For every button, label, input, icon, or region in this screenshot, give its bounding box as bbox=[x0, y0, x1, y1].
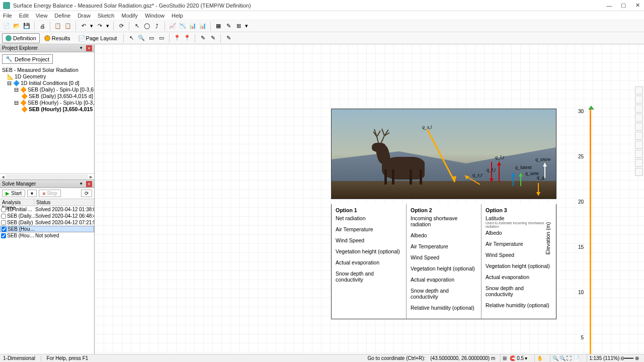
undo-icon[interactable]: ↶ bbox=[79, 22, 88, 31]
rtool-7-icon[interactable] bbox=[635, 141, 643, 149]
close-button[interactable]: ✕ bbox=[634, 2, 641, 9]
rtool-6-icon[interactable] bbox=[635, 132, 643, 140]
bc-icon[interactable]: 📍 bbox=[173, 34, 182, 43]
pin-icon[interactable]: ▾ bbox=[80, 181, 86, 187]
zoom-page-icon[interactable]: 📄 bbox=[574, 355, 580, 361]
elevation-tick: 25 bbox=[569, 154, 584, 159]
zoom-fit-icon[interactable]: ⛶ bbox=[567, 355, 573, 361]
define-project-button[interactable]: 🔧 Define Project bbox=[2, 54, 53, 64]
solve-row[interactable]: 1D Initial ...Solved 2020-04-12 01:38:02… bbox=[0, 206, 94, 213]
svg-marker-11 bbox=[543, 163, 547, 166]
grid-icon[interactable]: ⊞ bbox=[234, 22, 243, 31]
pen3-icon[interactable]: ✎ bbox=[224, 34, 233, 43]
tree-daily[interactable]: 🔶 SEB (Daily) [3,650-4,015 d] bbox=[2, 93, 92, 100]
scroll-right-icon[interactable]: ► bbox=[88, 174, 94, 179]
material-icon[interactable]: ✎ bbox=[224, 22, 233, 31]
region-icon[interactable]: ▭ bbox=[147, 34, 156, 43]
pin-icon[interactable]: ▾ bbox=[80, 45, 86, 51]
menu-help[interactable]: Help bbox=[172, 13, 183, 19]
solve-row-checkbox[interactable] bbox=[1, 207, 6, 212]
start-dropdown[interactable]: ▾ bbox=[27, 190, 37, 197]
tool-curve-icon[interactable]: ⤴ bbox=[152, 22, 162, 31]
menu-file[interactable]: File bbox=[3, 13, 12, 19]
solve-row-checkbox[interactable] bbox=[1, 233, 6, 238]
redo-icon[interactable]: ↷ bbox=[95, 22, 104, 31]
maximize-button[interactable]: ▢ bbox=[620, 2, 627, 9]
zoom-in-icon[interactable]: 🔍 bbox=[552, 355, 558, 361]
rtool-5-icon[interactable] bbox=[635, 123, 643, 131]
solve-row-checkbox[interactable] bbox=[1, 214, 6, 219]
menu-window[interactable]: Window bbox=[145, 13, 165, 19]
menu-view[interactable]: View bbox=[36, 13, 48, 19]
solve-row-checkbox[interactable] bbox=[2, 227, 7, 232]
solve-row[interactable]: SEB (Hourly)Not solved bbox=[0, 232, 94, 239]
rtool-9-icon[interactable] bbox=[635, 159, 643, 167]
print-icon[interactable]: 🖨 bbox=[38, 22, 47, 31]
graph2-icon[interactable]: 📉 bbox=[178, 22, 187, 31]
solve-row[interactable]: SEB (Daily...Solved 2020-04-12 06:48:42 … bbox=[0, 213, 94, 219]
undo-dropdown-icon[interactable]: ▾ bbox=[89, 22, 94, 31]
menu-modify[interactable]: Modify bbox=[121, 13, 137, 19]
magnet-icon[interactable]: 🧲 bbox=[510, 355, 516, 361]
rtool-10-icon[interactable] bbox=[635, 168, 643, 176]
menu-draw[interactable]: Draw bbox=[77, 13, 91, 19]
tool-pointer-icon[interactable]: ↖ bbox=[132, 22, 141, 31]
elevation-marker-top[interactable] bbox=[588, 106, 594, 110]
zoom-select-icon[interactable]: 🔍 bbox=[137, 34, 146, 43]
open-icon[interactable]: 📂 bbox=[12, 22, 21, 31]
select-icon[interactable]: ↖ bbox=[127, 34, 136, 43]
solve-row-checkbox[interactable] bbox=[1, 220, 6, 225]
rtool-4-icon[interactable] bbox=[635, 114, 643, 122]
refresh-button[interactable]: ⟳ bbox=[81, 190, 92, 197]
tree-hourly-spinup[interactable]: ⊟ 🔶 SEB (Hourly) - Spin-Up [0-3,650 d] bbox=[2, 100, 92, 106]
rtool-3-icon[interactable] bbox=[635, 105, 643, 113]
rtool-1-icon[interactable] bbox=[635, 86, 643, 95]
close-panel-icon[interactable]: × bbox=[86, 181, 92, 187]
graph1-icon[interactable]: 📈 bbox=[168, 22, 177, 31]
redo-dropdown-icon[interactable]: ▾ bbox=[105, 22, 110, 31]
menu-edit[interactable]: Edit bbox=[19, 13, 29, 19]
pen2-icon[interactable]: ✎ bbox=[208, 34, 217, 43]
scroll-left-icon[interactable]: ◄ bbox=[0, 174, 6, 179]
minimize-button[interactable]: — bbox=[606, 2, 613, 9]
zoom-out-icon[interactable]: 🔍 bbox=[559, 355, 566, 361]
close-panel-icon[interactable]: × bbox=[86, 45, 92, 51]
mesh-icon[interactable]: ▦ bbox=[214, 22, 223, 31]
tree-root[interactable]: SEB - Measured Solar Radiation bbox=[2, 67, 92, 73]
menu-sketch[interactable]: Sketch bbox=[98, 13, 115, 19]
save-icon[interactable]: 💾 bbox=[22, 22, 31, 31]
status-zoom[interactable]: 1:135 (111%) bbox=[589, 355, 619, 361]
menu-define[interactable]: Define bbox=[54, 13, 70, 19]
start-button[interactable]: ▶Start bbox=[2, 190, 25, 197]
tree-initial-conditions[interactable]: ⊟ 🔷 1D Initial Conditions [0 d] bbox=[2, 80, 92, 86]
graph4-icon[interactable]: 📊 bbox=[198, 22, 207, 31]
graph3-icon[interactable]: 📊 bbox=[188, 22, 197, 31]
tree-hourly[interactable]: 🔶 SEB (Hourly) [3,650-4,015 d] bbox=[2, 106, 92, 113]
tree-daily-spinup[interactable]: ⊟ 🔶 SEB (Daily) - Spin-Up [0-3,650 d] bbox=[2, 86, 92, 93]
canvas[interactable]: q_s,i q_l,r q_l,i q_s,r q_latent q_sens … bbox=[95, 44, 644, 356]
bc2-icon[interactable]: 📍 bbox=[183, 34, 192, 43]
options-table: Option 1 Net radiation Air Temperature W… bbox=[331, 204, 556, 319]
rtool-8-icon[interactable] bbox=[635, 150, 643, 158]
stop-button[interactable]: ■Stop bbox=[39, 190, 61, 197]
pan-icon[interactable]: ✋ bbox=[537, 355, 543, 361]
tree-scrollbar[interactable]: ◄ ► bbox=[0, 173, 94, 179]
tool-lasso-icon[interactable]: ◯ bbox=[142, 22, 151, 31]
tab-page-layout[interactable]: 📄Page Layout bbox=[75, 33, 121, 43]
copy-icon[interactable]: 📋 bbox=[53, 22, 62, 31]
tab-results[interactable]: Results bbox=[41, 33, 74, 43]
project-tree[interactable]: SEB - Measured Solar Radiation 📐 1D Geom… bbox=[0, 66, 94, 173]
tree-geometry[interactable]: 📐 1D Geometry bbox=[2, 73, 92, 80]
solve-row[interactable]: SEB (Daily)Solved 2020-04-12 07:21:50 PM bbox=[0, 219, 94, 226]
paste-icon[interactable]: 📋 bbox=[63, 22, 72, 31]
elevation-tick: 15 bbox=[569, 244, 584, 250]
new-icon[interactable]: 📄 bbox=[2, 22, 11, 31]
grid-dropdown-icon[interactable]: ▾ bbox=[244, 22, 249, 31]
refresh-icon[interactable]: ⟳ bbox=[117, 22, 126, 31]
pen1-icon[interactable]: ✎ bbox=[198, 34, 207, 43]
rtool-2-icon[interactable] bbox=[635, 96, 643, 104]
tab-definition[interactable]: Definition bbox=[2, 33, 40, 43]
grid-snap-icon[interactable]: ⊞ bbox=[503, 355, 509, 361]
region2-icon[interactable]: ▭ bbox=[157, 34, 166, 43]
solve-row[interactable]: SEB (Hourly) - Spin-Up...d bbox=[0, 226, 94, 232]
